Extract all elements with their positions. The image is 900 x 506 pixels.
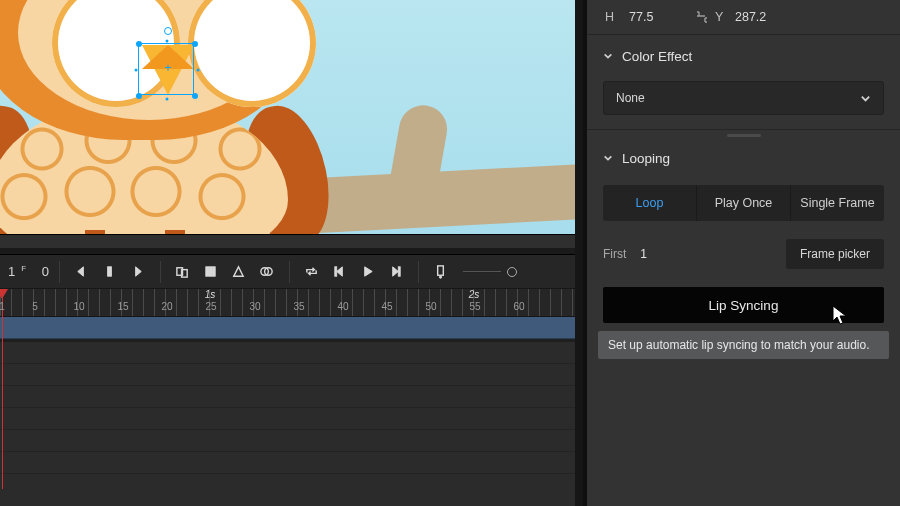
timeline-tracks[interactable]	[0, 317, 575, 506]
insert-blank-keyframe-button[interactable]	[227, 260, 251, 284]
height-value[interactable]: 77.5	[629, 10, 689, 24]
svg-rect-4	[210, 267, 213, 276]
loop-option[interactable]: Loop	[603, 185, 696, 221]
track-row[interactable]	[0, 452, 575, 474]
timeline-panel: 1F 0 1s 2s	[0, 254, 575, 506]
y-value[interactable]: 287.2	[735, 10, 795, 24]
chevron-down-icon	[860, 93, 871, 104]
transform-anchor[interactable]: +	[162, 62, 174, 74]
play-button[interactable]	[356, 260, 380, 284]
insert-keyframe-button[interactable]	[199, 260, 223, 284]
svg-rect-8	[335, 267, 337, 276]
size-position-row: H 77.5 Y 287.2	[587, 0, 900, 34]
looping-mode-segmented: Loop Play Once Single Frame	[603, 185, 884, 221]
svg-rect-9	[399, 267, 401, 276]
insert-frame-button[interactable]	[171, 260, 195, 284]
chevron-down-icon	[603, 153, 613, 163]
play-once-option[interactable]: Play Once	[696, 185, 790, 221]
color-effect-dropdown[interactable]: None	[603, 81, 884, 115]
frame-picker-button[interactable]: Frame picker	[786, 239, 884, 269]
loop-playback-button[interactable]	[300, 260, 324, 284]
track-row[interactable]	[0, 342, 575, 364]
link-dimensions-icon[interactable]	[689, 8, 715, 26]
onion-skin-button[interactable]	[255, 260, 279, 284]
height-label: H	[605, 10, 629, 24]
keyframe-toggle-button[interactable]	[98, 260, 122, 284]
track-row[interactable]	[0, 430, 575, 452]
svg-rect-0	[108, 267, 112, 276]
track-row[interactable]	[0, 386, 575, 408]
single-frame-option[interactable]: Single Frame	[790, 185, 884, 221]
looping-section-toggle[interactable]: Looping	[587, 137, 900, 179]
properties-panel: H 77.5 Y 287.2 Color Effect None Looping…	[587, 0, 900, 506]
svg-point-11	[440, 276, 442, 278]
looping-title: Looping	[622, 151, 670, 166]
color-effect-title: Color Effect	[622, 49, 692, 64]
lip-syncing-tooltip: Set up automatic lip syncing to match yo…	[598, 331, 889, 359]
y-label: Y	[715, 10, 735, 24]
stage-canvas[interactable]: +	[0, 0, 575, 234]
track-row-selected[interactable]	[0, 317, 575, 339]
next-frame-button[interactable]	[384, 260, 408, 284]
current-frame-display[interactable]: 1F 0	[8, 264, 49, 279]
timeline-ruler[interactable]: 1s 2s 1 5 10 15 20 25 30 35 40 45 50 55 …	[0, 289, 575, 317]
chevron-down-icon	[603, 51, 613, 61]
timeline-options-button[interactable]	[429, 260, 453, 284]
track-row[interactable]	[0, 408, 575, 430]
step-back-button[interactable]	[70, 260, 94, 284]
track-row[interactable]	[0, 364, 575, 386]
svg-rect-10	[438, 266, 444, 275]
timeline-zoom-slider[interactable]	[463, 267, 517, 277]
color-effect-section-toggle[interactable]: Color Effect	[587, 35, 900, 77]
first-frame-label: First	[603, 247, 626, 261]
playhead[interactable]	[0, 289, 8, 299]
prev-frame-button[interactable]	[328, 260, 352, 284]
cursor-icon	[832, 305, 848, 327]
svg-rect-5	[213, 267, 215, 276]
lip-syncing-button[interactable]: Lip Syncing	[603, 287, 884, 323]
first-frame-value[interactable]: 1	[640, 247, 647, 261]
svg-rect-3	[206, 267, 209, 276]
step-forward-button[interactable]	[126, 260, 150, 284]
